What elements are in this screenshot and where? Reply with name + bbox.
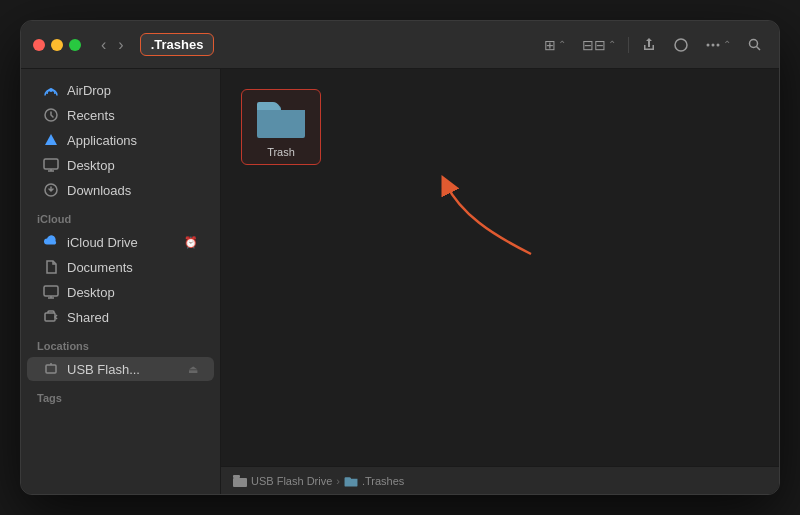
svg-rect-10: [44, 286, 58, 296]
svg-rect-17: [233, 475, 240, 478]
downloads-icon: [43, 182, 59, 198]
locations-section-label: Locations: [21, 330, 220, 356]
svg-point-3: [750, 39, 758, 47]
statusbar-drive-icon: [233, 475, 247, 487]
view-grid-icon: ⊟⊟: [582, 37, 606, 53]
view-icons-button[interactable]: ⊞ ⌃: [540, 35, 570, 55]
more-chevron-icon: ⌃: [723, 39, 731, 50]
applications-label: Applications: [67, 133, 137, 148]
sidebar-item-usb-flash[interactable]: USB Flash... ⏏: [27, 357, 214, 381]
sidebar-item-airdrop[interactable]: AirDrop: [27, 78, 214, 102]
icloud-drive-icon: [43, 234, 59, 250]
airdrop-icon: [43, 82, 59, 98]
statusbar-chevron: ›: [336, 475, 340, 487]
svg-rect-13: [45, 313, 55, 321]
svg-point-0: [707, 43, 710, 46]
view-icons-icon: ⊞: [544, 37, 556, 53]
usb-flash-label: USB Flash...: [67, 362, 140, 377]
svg-rect-14: [46, 365, 56, 373]
sidebar-item-recents[interactable]: Recents: [27, 103, 214, 127]
usb-eject-icon[interactable]: ⏏: [188, 363, 198, 376]
fullscreen-button[interactable]: [69, 39, 81, 51]
toolbar-right: ⊞ ⌃ ⊟⊟ ⌃: [540, 35, 767, 55]
sidebar-item-icloud-drive[interactable]: iCloud Drive ⏰: [27, 230, 214, 254]
back-button[interactable]: ‹: [97, 35, 110, 55]
sidebar-item-shared[interactable]: Shared: [27, 305, 214, 329]
svg-line-4: [757, 46, 761, 50]
tags-section-label: Tags: [21, 382, 220, 408]
titlebar: ‹ › .Trashes ⊞ ⌃ ⊟⊟ ⌃: [21, 21, 779, 69]
icloud-section-label: iCloud: [21, 203, 220, 229]
shared-label: Shared: [67, 310, 109, 325]
desktop-label: Desktop: [67, 158, 115, 173]
statusbar-folder-icon: [344, 475, 358, 487]
statusbar-path: USB Flash Drive › .Trashes: [233, 475, 404, 487]
forward-button[interactable]: ›: [114, 35, 127, 55]
sidebar-item-downloads[interactable]: Downloads: [27, 178, 214, 202]
minimize-button[interactable]: [51, 39, 63, 51]
main-content: Trash: [221, 69, 779, 494]
finder-window: ‹ › .Trashes ⊞ ⌃ ⊟⊟ ⌃: [20, 20, 780, 495]
breadcrumb-area: .Trashes: [140, 33, 215, 56]
statusbar-path-trashes: .Trashes: [362, 475, 404, 487]
tag-icon: [673, 37, 689, 53]
statusbar: USB Flash Drive › .Trashes: [221, 466, 779, 494]
svg-rect-16: [233, 478, 247, 487]
icloud-drive-label: iCloud Drive: [67, 235, 138, 250]
body: AirDrop Recents Applications: [21, 69, 779, 494]
sidebar: AirDrop Recents Applications: [21, 69, 221, 494]
recents-label: Recents: [67, 108, 115, 123]
traffic-lights: [33, 39, 81, 51]
trash-folder-item[interactable]: Trash: [241, 89, 321, 165]
grid-chevron-icon: ⌃: [608, 39, 616, 50]
documents-icon: [43, 259, 59, 275]
documents-label: Documents: [67, 260, 133, 275]
sidebar-item-desktop[interactable]: Desktop: [27, 153, 214, 177]
applications-icon: [43, 132, 59, 148]
shared-icon: [43, 309, 59, 325]
search-button[interactable]: [743, 35, 767, 55]
trash-folder-label: Trash: [267, 146, 295, 158]
view-chevron-icon: ⌃: [558, 39, 566, 50]
search-icon: [747, 37, 763, 53]
close-button[interactable]: [33, 39, 45, 51]
sidebar-item-desktop-icloud[interactable]: Desktop: [27, 280, 214, 304]
svg-rect-6: [44, 159, 58, 169]
svg-point-1: [712, 43, 715, 46]
recents-icon: [43, 107, 59, 123]
view-grid-button[interactable]: ⊟⊟ ⌃: [578, 35, 620, 55]
folder-svg-icon: [255, 96, 307, 140]
icloud-drive-extra: ⏰: [184, 236, 198, 249]
tag-button[interactable]: [669, 35, 693, 55]
sidebar-item-documents[interactable]: Documents: [27, 255, 214, 279]
share-button[interactable]: [637, 35, 661, 55]
arrow-annotation: [431, 164, 551, 264]
share-icon: [641, 37, 657, 53]
statusbar-path-usb: USB Flash Drive: [251, 475, 332, 487]
usb-drive-icon: [43, 361, 59, 377]
sidebar-item-applications[interactable]: Applications: [27, 128, 214, 152]
file-area: Trash: [221, 69, 779, 466]
downloads-label: Downloads: [67, 183, 131, 198]
more-button[interactable]: ⌃: [701, 35, 735, 55]
desktop-icloud-label: Desktop: [67, 285, 115, 300]
desktop-icloud-icon: [43, 284, 59, 300]
toolbar-separator: [628, 37, 629, 53]
more-icon: [705, 37, 721, 53]
airdrop-label: AirDrop: [67, 83, 111, 98]
breadcrumb-trashes[interactable]: .Trashes: [140, 33, 215, 56]
nav-buttons: ‹ ›: [97, 35, 128, 55]
desktop-icon: [43, 157, 59, 173]
svg-point-2: [717, 43, 720, 46]
